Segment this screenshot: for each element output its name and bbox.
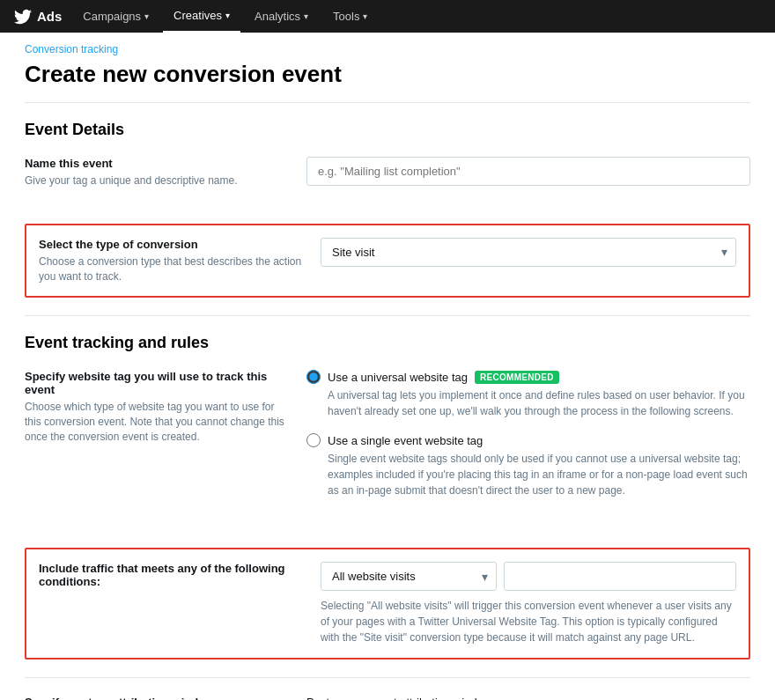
chevron-down-icon: ▾ [363,11,367,21]
traffic-conditions-row: Include traffic that meets any of the fo… [25,548,750,659]
single-tag-radio[interactable] [306,433,321,447]
tag-label: Specify website tag you will use to trac… [25,370,289,396]
single-tag-option: Use a single event website tag Single ev… [306,433,750,498]
tag-label-col: Specify website tag you will use to trac… [25,370,306,444]
nav-analytics[interactable]: Analytics ▾ [244,0,319,33]
nav-campaigns[interactable]: Campaigns ▾ [72,0,159,33]
event-name-input[interactable] [306,157,750,186]
attribution-title: Specify custom attribution window [25,696,289,700]
ads-label: Ads [37,9,62,24]
condition-type-select[interactable]: All website visits URL contains URL equa… [321,562,497,591]
universal-tag-description: A universal tag lets you implement it on… [328,387,750,419]
name-input-col [306,157,750,186]
page-title: Create new conversion event [0,59,775,102]
main-content: Event Details Name this event Give your … [0,103,775,700]
section-divider-2 [25,677,750,678]
twitter-logo: Ads [14,8,62,26]
conversion-type-label: Select the type of conversion [39,238,303,251]
nav-creatives[interactable]: Creatives ▾ [163,0,240,33]
attribution-row: Specify custom attribution window Choose… [25,696,750,700]
universal-tag-option: Use a universal website tag RECOMMENDED … [306,370,750,419]
breadcrumb[interactable]: Conversion tracking [0,33,775,59]
single-tag-title: Use a single event website tag [328,434,483,447]
condition-value-input[interactable] [504,562,736,591]
section-divider-1 [25,315,750,316]
nav-tools[interactable]: Tools ▾ [322,0,378,33]
post-engagement-label: Post-engagement attribution window [306,696,750,700]
single-tag-label-row: Use a single event website tag [306,433,750,447]
attribution-controls: Post-engagement attribution window 1 day… [306,696,750,700]
conversion-type-row: Select the type of conversion Choose a c… [25,224,750,298]
nav-bar: Ads Campaigns ▾ Creatives ▾ Analytics ▾ … [0,0,775,33]
conversion-type-select-wrapper: Site visit Purchase Download Sign up Cus… [321,238,736,267]
name-label-col: Name this event Give your tag a unique a… [25,157,306,188]
conditions-hint: Selecting "All website visits" will trig… [321,598,736,645]
chevron-down-icon: ▾ [225,11,230,20]
universal-tag-label-row: Use a universal website tag RECOMMENDED [306,370,750,384]
chevron-down-icon: ▾ [304,11,308,21]
single-tag-description: Single event website tags should only be… [328,451,750,498]
recommended-badge: RECOMMENDED [475,371,559,384]
conversion-type-control: Site visit Purchase Download Sign up Cus… [321,238,736,267]
conditions-label-col: Include traffic that meets any of the fo… [39,562,321,592]
tag-hint: Choose which type of website tag you wan… [25,400,289,444]
universal-tag-radio[interactable] [306,370,321,384]
conditions-row: All website visits URL contains URL equa… [321,562,736,591]
tag-options-col: Use a universal website tag RECOMMENDED … [306,370,750,512]
attribution-label-col: Specify custom attribution window Choose… [25,696,306,700]
event-details-title: Event Details [25,121,750,139]
condition-select-wrapper: All website visits URL contains URL equa… [321,562,497,591]
conversion-type-label-col: Select the type of conversion Choose a c… [39,238,321,284]
event-tracking-title: Event tracking and rules [25,334,750,352]
universal-tag-title: Use a universal website tag [328,371,468,384]
name-event-row: Name this event Give your tag a unique a… [25,157,750,206]
chevron-down-icon: ▾ [144,11,149,21]
conversion-type-hint: Choose a conversion type that best descr… [39,254,303,284]
name-label: Name this event [25,157,289,170]
name-hint: Give your tag a unique and descriptive n… [25,173,289,188]
website-tag-row: Specify website tag you will use to trac… [25,370,750,530]
conditions-control-col: All website visits URL contains URL equa… [321,562,736,645]
conditions-label: Include traffic that meets any of the fo… [39,562,303,588]
conversion-type-select[interactable]: Site visit Purchase Download Sign up Cus… [321,238,736,267]
